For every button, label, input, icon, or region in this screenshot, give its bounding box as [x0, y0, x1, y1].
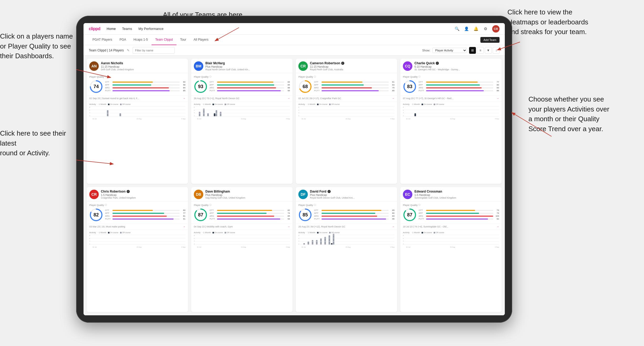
quality-content[interactable]: 93 OTT 84 APP 85 ARG — [194, 80, 290, 93]
search-icon[interactable]: 🔍 — [454, 26, 460, 31]
quality-content[interactable]: 83 OTT 77 APP 80 ARG — [403, 80, 499, 93]
latest-round[interactable]: 03 Mar 23 | 19, Must make putting → — [87, 224, 188, 230]
latest-round-text: 26 Aug 23 | 84 (+12), Royal North Devon … — [298, 225, 391, 228]
card-header[interactable]: CR Cameron Robertson ✓ 11-15 Handicap Ro… — [296, 59, 397, 73]
activity-title: Activity — [403, 231, 409, 234]
latest-round[interactable]: 02 Sep 23 | Sunset round to get back int… — [87, 95, 188, 101]
tab-team-clippd[interactable]: Team Clippd — [152, 35, 176, 45]
latest-round[interactable]: 26 Aug 23 | 84 (+12), Royal North Devon … — [296, 224, 397, 230]
quality-content[interactable]: 87 OTT 73 APP 79 ARG — [403, 208, 499, 222]
player-handicap: 11-15 Handicap — [310, 65, 394, 68]
latest-round[interactable]: 18 Jul 23 | 74 (+4), Sunningdale GC - Ol… — [400, 224, 502, 230]
activity-chart: 2468 — [298, 235, 394, 248]
filter-button[interactable]: ▼ — [485, 47, 492, 54]
player-club: Sag Maing Golf Club, United Kingdom — [205, 196, 290, 199]
activity-period[interactable]: · 1 Month — [411, 103, 420, 105]
quality-content[interactable]: 85 OTT 89 APP 80 ARG — [298, 208, 394, 222]
player-info: Chris Robertson ✓ 1-5 Handicap Craigmill… — [101, 190, 185, 199]
card-header[interactable]: DB Dave Billingham Plus Handicap Sag Mai… — [191, 187, 293, 201]
next-icon: → — [392, 97, 394, 100]
activity-period[interactable]: · 1 Month — [307, 103, 315, 105]
activity-period[interactable]: · 1 Month — [97, 231, 106, 234]
show-select[interactable]: Player Activity Quality Score Trend — [432, 48, 467, 53]
nav-teams[interactable]: Teams — [122, 27, 132, 31]
quality-circle: 68 — [298, 80, 312, 93]
card-header[interactable]: DF David Ford ✓ Plus Handicap Royal Nort… — [296, 187, 397, 201]
player-handicap: 1-5 Handicap — [101, 194, 185, 196]
player-name[interactable]: Dave Billingham — [205, 190, 230, 193]
player-name[interactable]: Blair McHarg — [205, 61, 225, 65]
bell-icon[interactable]: 🔔 — [473, 26, 479, 31]
quality-stats: OTT 84 APP 85 ARG 88 PU — [210, 81, 290, 92]
activity-chart: 2468 — [89, 107, 185, 120]
latest-round[interactable]: 07 Aug 23 | 77 (+7), St George's Hill GC… — [400, 95, 502, 101]
latest-round-text: 07 Aug 23 | 77 (+7), St George's Hill GC… — [403, 97, 495, 100]
tab-pga[interactable]: PGA — [116, 35, 130, 45]
activity-period[interactable]: · 1 Month — [202, 231, 211, 234]
activity-header: Activity · 1 Month On course Off course — [89, 231, 185, 234]
user-avatar[interactable]: CR — [492, 25, 500, 33]
latest-round[interactable]: 04 Sep 23 | Mobility with coach, Gym → — [191, 224, 293, 230]
player-info: Edward Crossman 1-5 Handicap Sunningdale… — [414, 190, 499, 199]
app-stat: APP 85 — [210, 84, 290, 86]
quality-number: 83 — [407, 84, 412, 89]
show-label: Show: — [422, 49, 430, 52]
next-icon: → — [496, 97, 499, 100]
quality-content[interactable]: 87 OTT 82 APP 74 ARG — [194, 208, 290, 222]
card-header[interactable]: CQ Charlie Quick ✓ 6-10 Handicap St. Geo… — [400, 59, 502, 73]
quality-content[interactable]: 82 OTT 60 APP 77 ARG — [89, 208, 185, 222]
card-header[interactable]: CR Chris Robertson ✓ 1-5 Handicap Craigm… — [87, 187, 188, 201]
off-course-legend: Off course — [225, 103, 235, 105]
activity-chart: 2468 — [403, 235, 499, 248]
verified-icon: ✓ — [328, 190, 331, 193]
latest-round-annotation: Click here to see their latestround or A… — [0, 129, 76, 158]
on-course-legend: On course — [317, 232, 328, 233]
activity-legend: On course Off course — [212, 232, 235, 233]
tab-tour[interactable]: Tour — [176, 35, 190, 45]
card-header[interactable]: BM Blair McHarg Plus Handicap Royal Nort… — [191, 59, 293, 73]
latest-round[interactable]: 26 Aug 23 | 73 (+1), Royal North Devon G… — [191, 95, 293, 101]
activity-period[interactable]: · 1 Month — [202, 103, 211, 105]
card-header[interactable]: EC Edward Crossman 1-5 Handicap Sunningd… — [400, 187, 502, 201]
quality-content[interactable]: 74 OTT 60 APP 58 ARG — [89, 80, 185, 93]
search-input[interactable] — [133, 47, 175, 54]
settings-icon[interactable]: ⚙ — [483, 26, 488, 31]
on-course-legend: On course — [212, 232, 223, 233]
player-name[interactable]: Cameron Robertson — [310, 61, 340, 65]
player-name[interactable]: Charlie Quick — [414, 61, 435, 65]
on-course-legend: On course — [422, 232, 432, 233]
player-handicap: 11-15 Handicap — [101, 65, 185, 68]
quality-section: Player Quality ⓘ 74 OTT 60 — [87, 73, 188, 95]
activity-annotation: Choose whether you seeyour players Activ… — [528, 94, 628, 134]
activity-period[interactable]: · 1 Month — [307, 231, 315, 234]
latest-round[interactable]: 02 Jul 23 | 59 (+17), Craigmillar Park G… — [296, 95, 397, 101]
add-team-button[interactable]: Add Team — [480, 37, 500, 43]
profile-icon[interactable]: 👤 — [464, 26, 469, 31]
list-view-button[interactable]: ≡ — [477, 47, 484, 54]
quality-label: Player Quality ⓘ — [194, 204, 290, 206]
tab-all-players[interactable]: All Players — [190, 35, 212, 45]
quality-content[interactable]: 68 OTT 61 APP 63 ARG — [298, 80, 394, 93]
tab-hcaps[interactable]: Hcaps 1-5 — [130, 35, 152, 45]
quality-label: Player Quality ⓘ — [298, 204, 394, 206]
player-handicap: Plus Handicap — [205, 194, 290, 196]
nav-home[interactable]: Home — [107, 27, 116, 31]
tab-pgat-players[interactable]: PGAT Players — [89, 35, 116, 45]
grid-view-button[interactable]: ⊞ — [469, 47, 476, 54]
edit-icon[interactable]: ✎ — [127, 49, 129, 52]
player-name[interactable]: Chris Robertson — [101, 190, 126, 193]
player-name[interactable]: Aaron Nicholls — [101, 61, 123, 65]
nav-my-performance[interactable]: My Performance — [138, 27, 163, 31]
activity-period[interactable]: · 1 Month — [97, 103, 106, 105]
player-name[interactable]: Edward Crossman — [414, 190, 442, 193]
off-course-legend: Off course — [329, 232, 340, 233]
card-header[interactable]: AN Aaron Nicholls 11-15 Handicap Drift G… — [87, 59, 188, 73]
player-handicap: Plus Handicap — [310, 194, 394, 196]
arg-stat: ARG 88 — [210, 87, 290, 89]
activity-title: Activity — [194, 103, 200, 105]
activity-period[interactable]: · 1 Month — [411, 231, 420, 234]
latest-round-text: 26 Aug 23 | 73 (+1), Royal North Devon G… — [194, 97, 286, 100]
quality-number: 68 — [303, 84, 308, 89]
player-name[interactable]: David Ford — [310, 190, 326, 193]
sort-button[interactable]: ↕ — [493, 47, 500, 54]
